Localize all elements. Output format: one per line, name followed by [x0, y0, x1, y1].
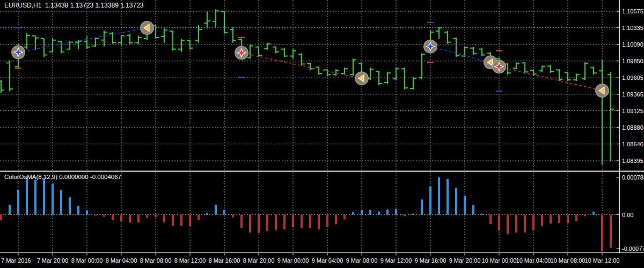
indicator-axis-label: 0.00	[622, 212, 633, 218]
price-axis-label: 1.09125	[622, 108, 643, 114]
osma-bar	[524, 215, 526, 233]
osma-bar	[472, 205, 474, 215]
osma-bar	[489, 215, 492, 225]
osma-bar	[343, 215, 346, 220]
indicator-axis-label: 0.000783	[622, 174, 644, 181]
price-axis-label: 1.08640	[622, 141, 643, 147]
osma-bar	[567, 215, 569, 224]
osma-bar	[395, 209, 397, 215]
osma-bar	[532, 215, 535, 230]
price-axis-label: 1.08880	[622, 124, 643, 131]
osma-bar	[558, 215, 560, 224]
osma-bar	[386, 210, 389, 215]
osma-bar	[146, 215, 148, 218]
osma-bar	[206, 213, 208, 215]
osma-bar	[137, 215, 140, 223]
osma-bar	[129, 215, 131, 223]
osma-bar	[369, 210, 371, 215]
osma-bar	[180, 215, 182, 226]
indicator-axis-label: -0.000775	[622, 245, 644, 252]
osma-bar	[60, 190, 62, 215]
osma-bar	[292, 215, 294, 228]
osma-bar	[249, 215, 251, 233]
time-axis-label: 9 Mar 04:00	[312, 257, 343, 264]
time-axis-label: 9 Mar 12:00	[380, 257, 412, 264]
osma-bar	[189, 215, 191, 227]
time-axis-label: 8 Mar 08:00	[140, 257, 172, 264]
osma-bar	[9, 205, 11, 215]
osma-bar	[258, 215, 260, 233]
osma-bar	[103, 215, 105, 217]
osma-bar	[601, 215, 603, 252]
osma-bar	[412, 214, 414, 215]
time-axis-label: 8 Mar 20:00	[243, 257, 275, 264]
osma-bar	[112, 215, 114, 220]
osma-bar	[326, 215, 328, 228]
osma-bar	[361, 210, 363, 215]
osma-bar	[550, 215, 552, 224]
osma-bar	[266, 215, 268, 231]
osma-bar	[120, 215, 122, 222]
osma-bar	[215, 205, 217, 215]
time-axis-label: 8 Mar 16:00	[209, 257, 240, 264]
osma-bar	[155, 215, 157, 218]
osma-bar	[318, 215, 320, 229]
price-axis-label: 1.09605	[622, 75, 643, 81]
osma-bar	[240, 215, 243, 228]
osma-bar	[507, 215, 509, 234]
time-axis-label: 9 Mar 08:00	[346, 257, 378, 264]
price-axis-label: 1.09850	[622, 58, 643, 64]
time-axis-label: 8 Mar 04:00	[106, 257, 137, 264]
osma-bar	[378, 212, 380, 215]
osma-bar	[447, 179, 449, 215]
osma-bar	[592, 212, 595, 215]
osma-bar	[77, 206, 79, 215]
osma-bar	[481, 214, 483, 215]
time-axis-label: 10 Mar 04:00	[516, 257, 551, 264]
osma-bar	[275, 215, 277, 230]
osma-bar	[455, 188, 457, 215]
osma-bar	[335, 215, 337, 225]
time-axis-label: 7 Mar 2016	[1, 257, 31, 264]
price-axis-label: 1.10575	[622, 8, 643, 14]
time-axis-label: 10 Mar 08:00	[551, 257, 586, 264]
time-axis-label: 8 Mar 12:00	[174, 257, 206, 264]
osma-bar	[52, 184, 54, 215]
time-axis-label: 7 Mar 20:00	[37, 257, 69, 264]
osma-bar	[197, 215, 200, 220]
price-axis-label: 1.09365	[622, 91, 643, 98]
time-axis-label: 10 Mar 12:00	[585, 257, 620, 264]
osma-bar	[94, 215, 97, 216]
osma-bar	[43, 178, 45, 215]
osma-bar	[69, 197, 71, 214]
osma-bar	[172, 215, 174, 226]
price-axis-label: 1.10335	[622, 25, 643, 31]
osma-bar	[498, 215, 500, 230]
osma-bar	[309, 215, 311, 228]
osma-bar	[429, 187, 431, 215]
mt4-chart-window: 7 Mar 20167 Mar 20:008 Mar 00:008 Mar 04…	[0, 0, 644, 268]
price-axis-label: 1.10090	[622, 41, 643, 48]
osma-bar	[404, 215, 406, 217]
osma-bar	[17, 190, 19, 215]
osma-bar	[223, 210, 225, 215]
osma-bar	[283, 215, 286, 229]
osma-bar	[301, 215, 303, 228]
osma-bar	[575, 215, 577, 221]
osma-bar	[352, 212, 354, 215]
time-axis-label: 9 Mar 16:00	[415, 257, 447, 264]
osma-bar	[610, 215, 612, 248]
time-axis-label: 10 Mar 00:00	[482, 257, 517, 264]
osma-bar	[464, 196, 466, 214]
osma-bar	[584, 215, 586, 217]
price-axis-label: 1.08395	[622, 158, 643, 164]
chart-canvas[interactable]: 7 Mar 20167 Mar 20:008 Mar 00:008 Mar 04…	[0, 0, 644, 268]
osma-bar	[34, 180, 36, 215]
osma-bar	[163, 215, 165, 223]
osma-bar	[421, 199, 423, 214]
trade-connector-line	[18, 28, 147, 53]
osma-bar	[515, 215, 517, 233]
osma-bar	[0, 215, 2, 221]
time-axis-label: 8 Mar 00:00	[71, 257, 103, 264]
osma-bar	[541, 215, 543, 226]
